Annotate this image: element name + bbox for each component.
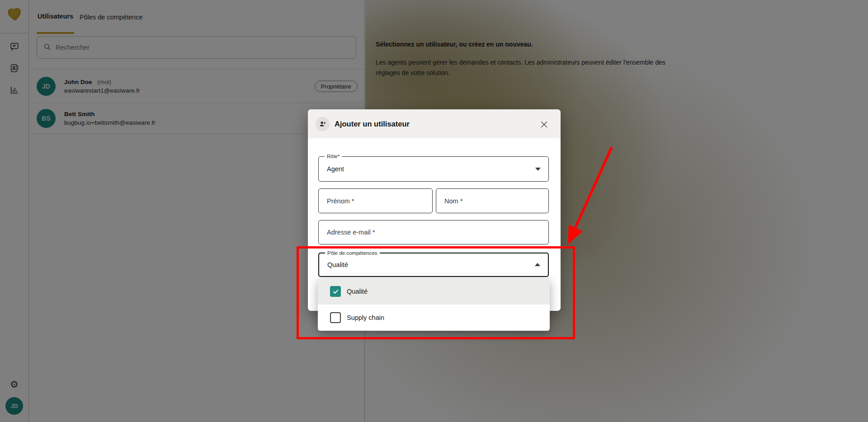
- lastname-input[interactable]: Nom *: [436, 188, 549, 213]
- modal-header: Ajouter un utilisateur: [308, 109, 561, 138]
- modal-title: Ajouter un utilisateur: [335, 120, 410, 128]
- email-input[interactable]: Adresse e-mail *: [318, 220, 549, 244]
- checkbox-unchecked-icon[interactable]: [330, 312, 341, 323]
- email-placeholder: Adresse e-mail *: [327, 229, 375, 236]
- checkbox-checked-icon[interactable]: [330, 286, 341, 297]
- pole-label: Pôle de compétences: [325, 250, 380, 257]
- person-add-icon: [316, 117, 330, 131]
- menu-option-supply-chain[interactable]: Supply chain: [318, 305, 550, 331]
- app-window: ⚙ JD Utilisateurs Pôles de compétence JD: [0, 0, 868, 422]
- chevron-down-icon: [535, 168, 541, 171]
- lastname-placeholder: Nom *: [444, 197, 462, 205]
- role-select[interactable]: Rôle* Agent: [318, 156, 549, 182]
- menu-option-qualite[interactable]: Qualité: [318, 278, 550, 305]
- close-icon[interactable]: [539, 119, 549, 129]
- role-value: Agent: [327, 165, 344, 173]
- role-label: Rôle*: [325, 153, 342, 160]
- pole-value: Qualité: [327, 261, 348, 268]
- pole-dropdown-menu: Qualité Supply chain: [318, 278, 550, 331]
- option-label: Qualité: [347, 288, 368, 295]
- firstname-placeholder: Prénom *: [327, 197, 354, 205]
- chevron-up-icon: [535, 263, 540, 266]
- option-label: Supply chain: [347, 314, 384, 321]
- firstname-input[interactable]: Prénom *: [318, 188, 433, 213]
- pole-select[interactable]: Pôle de compétences Qualité: [318, 253, 549, 277]
